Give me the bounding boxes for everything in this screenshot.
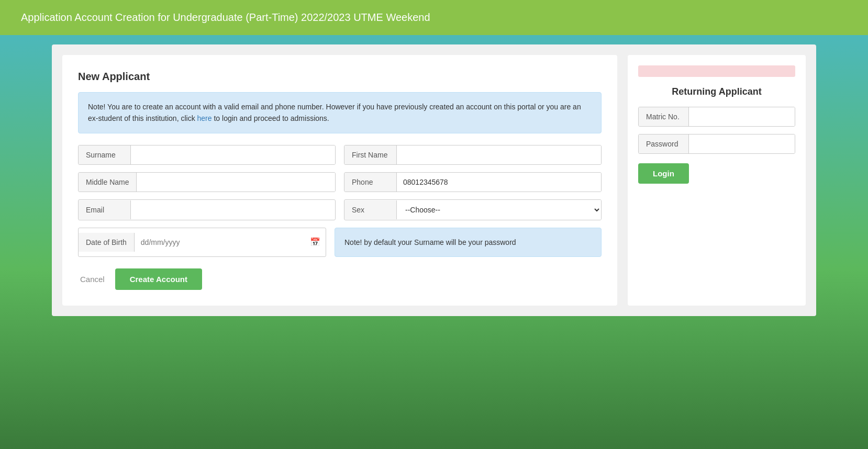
matric-label: Matric No. — [639, 107, 689, 126]
page-title: Application Account Creation for Undergr… — [21, 12, 847, 24]
sex-select[interactable]: --Choose-- Male Female — [397, 200, 601, 220]
row-middle-phone: Middle Name Phone — [78, 172, 602, 192]
sex-field: Sex --Choose-- Male Female — [344, 199, 602, 220]
password-field: Password — [638, 134, 795, 154]
middlename-field: Middle Name — [78, 172, 336, 192]
row-email-sex: Email Sex --Choose-- Male Female — [78, 199, 602, 220]
firstname-field: First Name — [344, 145, 602, 165]
notice-link[interactable]: here — [197, 114, 212, 122]
returning-panel-notice-bar — [638, 65, 795, 77]
note-box-password: Note! by default your Surname will be yo… — [335, 228, 602, 257]
main-container: New Applicant Note! You are to create an… — [52, 44, 816, 316]
row-name: Surname First Name — [78, 145, 602, 165]
sex-label: Sex — [344, 200, 397, 219]
new-applicant-panel: New Applicant Note! You are to create an… — [62, 55, 617, 306]
header-bar: Application Account Creation for Undergr… — [0, 0, 868, 35]
phone-label: Phone — [344, 173, 397, 192]
password-input[interactable] — [689, 134, 795, 153]
middlename-input[interactable] — [137, 173, 335, 192]
email-label: Email — [79, 200, 131, 219]
dob-label: Date of Birth — [79, 233, 135, 252]
notice-text-after: to login and proceed to admissions. — [212, 114, 329, 122]
password-label: Password — [639, 134, 689, 153]
new-applicant-title: New Applicant — [78, 71, 602, 83]
matric-input[interactable] — [689, 107, 795, 126]
surname-field: Surname — [78, 145, 336, 165]
create-account-button[interactable]: Create Account — [115, 268, 202, 290]
email-input[interactable] — [131, 200, 335, 219]
firstname-label: First Name — [344, 145, 397, 164]
surname-input[interactable] — [131, 145, 335, 164]
phone-field: Phone — [344, 172, 602, 192]
middlename-label: Middle Name — [79, 173, 137, 192]
login-button[interactable]: Login — [638, 163, 689, 184]
firstname-input[interactable] — [397, 145, 601, 164]
returning-applicant-title: Returning Applicant — [638, 86, 795, 97]
phone-input[interactable] — [397, 173, 601, 192]
dob-input[interactable] — [135, 233, 326, 252]
cancel-button[interactable]: Cancel — [78, 272, 107, 287]
dob-wrapper: 📅 — [135, 233, 326, 252]
returning-applicant-panel: Returning Applicant Matric No. Password … — [628, 55, 806, 306]
new-applicant-form: Surname First Name Middle Name Phone — [78, 145, 602, 257]
dob-field: Date of Birth 📅 — [78, 228, 326, 257]
matric-field: Matric No. — [638, 107, 795, 127]
notice-box: Note! You are to create an account with … — [78, 92, 602, 133]
notice-text-before: Note! You are to create an account with … — [88, 103, 581, 122]
email-field: Email — [78, 199, 336, 220]
buttons-row: Cancel Create Account — [78, 268, 602, 290]
surname-label: Surname — [79, 145, 131, 164]
row-dob-note: Date of Birth 📅 Note! by default your Su… — [78, 228, 602, 257]
